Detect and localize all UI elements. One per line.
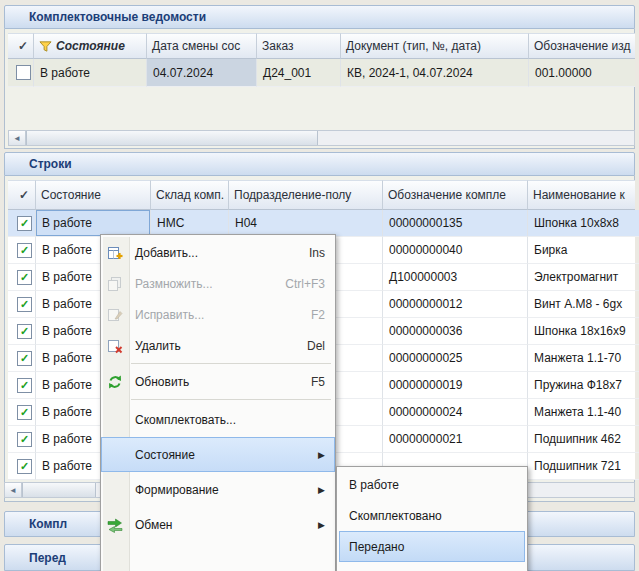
refresh-icon	[107, 374, 123, 390]
cell-check[interactable]: ✓	[8, 318, 36, 345]
horizontal-scrollbar[interactable]: ◄	[8, 130, 635, 146]
row-checkbox[interactable]: ✓	[17, 216, 32, 231]
cell-name[interactable]: Манжета 1.1-40	[528, 399, 639, 426]
cell-code[interactable]: Д100000003	[383, 264, 528, 291]
cell-name[interactable]: Подшипник 462	[528, 426, 639, 453]
cell-warehouse[interactable]: НМС	[151, 210, 229, 237]
cell-check[interactable]: ✓	[8, 453, 36, 480]
menu-item-exchange[interactable]: Обмен ▶	[101, 507, 335, 542]
row-checkbox[interactable]: ✓	[17, 378, 32, 393]
cell-check[interactable]: ✓	[8, 264, 36, 291]
cell-date[interactable]: 04.07.2024	[147, 59, 257, 87]
menu-item-refresh[interactable]: Обновить F5	[101, 366, 335, 397]
row-checkbox[interactable]: ✓	[17, 243, 32, 258]
scrollbar-thumb[interactable]	[26, 131, 318, 145]
cell-order[interactable]: Д24_001	[257, 59, 341, 87]
panel-header-vedomosti[interactable]: Комплектовочные ведомости	[4, 5, 635, 29]
submenu-item-assembled[interactable]: Скомплектовано	[339, 500, 525, 531]
cell-doc[interactable]: КВ, 2024-1, 04.07.2024	[341, 59, 529, 87]
row-checkbox[interactable]	[16, 65, 31, 80]
filter-icon[interactable]	[39, 40, 52, 53]
cell-state[interactable]: В работе	[34, 59, 147, 87]
cell-check[interactable]: ✓	[8, 372, 36, 399]
cell-name[interactable]: Подшипник 721	[528, 453, 639, 480]
submenu-arrow-icon: ▶	[318, 520, 325, 530]
row-checkbox[interactable]: ✓	[17, 432, 32, 447]
row-checkbox[interactable]: ✓	[17, 270, 32, 285]
cell-department[interactable]: Н04	[229, 210, 383, 237]
cell-state[interactable]: В работе	[36, 210, 151, 237]
scroll-left-icon[interactable]: ◄	[9, 131, 26, 145]
cell-check[interactable]	[8, 59, 34, 87]
row-checkbox[interactable]: ✓	[17, 405, 32, 420]
cell-name[interactable]: Шпонка 10х8х8	[528, 210, 639, 237]
add-icon	[107, 245, 123, 261]
check-icon: ✓	[20, 380, 29, 391]
cell-check[interactable]: ✓	[8, 426, 36, 453]
cell-code[interactable]: 00000000040	[383, 237, 528, 264]
column-header-code[interactable]: Обозначение компле	[383, 180, 528, 210]
row-checkbox[interactable]: ✓	[17, 297, 32, 312]
menu-item-forming[interactable]: Формирование ▶	[101, 472, 335, 507]
column-header-order[interactable]: Заказ	[257, 33, 341, 59]
cell-check[interactable]: ✓	[8, 210, 36, 237]
cell-name[interactable]: Бирка	[528, 237, 639, 264]
cell-name[interactable]: Электромагнит	[528, 264, 639, 291]
row-checkbox[interactable]: ✓	[17, 351, 32, 366]
cell-code[interactable]: 00000000019	[383, 372, 528, 399]
check-icon: ✓	[18, 39, 28, 53]
scrollbar-thumb[interactable]	[22, 483, 96, 497]
table-row[interactable]: ✓ В работе НМС Н04 00000000135 Шпонка 10…	[8, 210, 635, 237]
stroki-header-row: ✓ Состояние Склад комп. Подразделение-по…	[8, 180, 635, 210]
exchange-icon	[107, 517, 123, 533]
cell-check[interactable]: ✓	[8, 237, 36, 264]
cell-code[interactable]: 00000000135	[383, 210, 528, 237]
cell-check[interactable]: ✓	[8, 345, 36, 372]
menu-separator	[131, 399, 331, 400]
cell-check[interactable]: ✓	[8, 399, 36, 426]
submenu-arrow-icon: ▶	[318, 450, 325, 460]
scroll-left-icon[interactable]: ◄	[5, 483, 22, 497]
menu-item-assemble[interactable]: Скомплектовать...	[101, 402, 335, 437]
state-submenu: В работе Скомплектовано Передано	[336, 466, 528, 571]
check-icon: ✓	[20, 353, 29, 364]
column-header-check-all[interactable]: ✓	[8, 33, 34, 59]
app-window: Комплектовочные ведомости ✓ Состояние Да…	[0, 0, 639, 571]
panel-header-stroki[interactable]: Строки	[4, 152, 635, 176]
column-header-date[interactable]: Дата смены сос	[147, 33, 257, 59]
menu-item-edit[interactable]: Исправить... F2	[101, 299, 335, 330]
column-header-check-all[interactable]: ✓	[8, 180, 36, 210]
row-checkbox[interactable]: ✓	[17, 459, 32, 474]
cell-name[interactable]: Шпонка 18х16х9	[528, 318, 639, 345]
cell-check[interactable]: ✓	[8, 291, 36, 318]
check-icon: ✓	[19, 188, 29, 202]
check-icon: ✓	[20, 218, 29, 229]
column-header-warehouse[interactable]: Склад комп.	[151, 180, 229, 210]
submenu-item-in-work[interactable]: В работе	[339, 469, 525, 500]
vedomosti-header-row: ✓ Состояние Дата смены сос Заказ Докумен…	[8, 33, 635, 59]
menu-item-delete[interactable]: Удалить Del	[101, 330, 335, 361]
cell-code[interactable]: 00000000025	[383, 345, 528, 372]
menu-item-duplicate[interactable]: Размножить... Ctrl+F3	[101, 268, 335, 299]
column-header-designation[interactable]: Обозначение изд	[529, 33, 635, 59]
column-header-department[interactable]: Подразделение-полу	[229, 180, 383, 210]
row-checkbox[interactable]: ✓	[17, 324, 32, 339]
cell-name[interactable]: Пружина Ф18х7	[528, 372, 639, 399]
menu-item-state[interactable]: Состояние ▶	[101, 437, 335, 472]
table-row[interactable]: В работе 04.07.2024 Д24_001 КВ, 2024-1, …	[8, 59, 635, 87]
cell-name[interactable]: Манжета 1.1-70	[528, 345, 639, 372]
menu-item-add[interactable]: Добавить... Ins	[101, 237, 335, 268]
submenu-item-transferred[interactable]: Передано	[339, 531, 525, 562]
column-header-doc[interactable]: Документ (тип, №, дата)	[341, 33, 529, 59]
cell-name[interactable]: Винт А.М8 - 6gх	[528, 291, 639, 318]
delete-icon	[107, 338, 123, 354]
column-header-state[interactable]: Состояние	[36, 180, 151, 210]
cell-code[interactable]: 00000000036	[383, 318, 528, 345]
column-header-name[interactable]: Наименование к	[528, 180, 635, 210]
column-header-state[interactable]: Состояние	[34, 33, 147, 59]
menu-separator	[131, 363, 331, 364]
cell-designation[interactable]: 001.00000	[529, 59, 635, 87]
cell-code[interactable]: 00000000024	[383, 399, 528, 426]
cell-code[interactable]: 00000000012	[383, 291, 528, 318]
cell-code[interactable]: 00000000021	[383, 426, 528, 453]
